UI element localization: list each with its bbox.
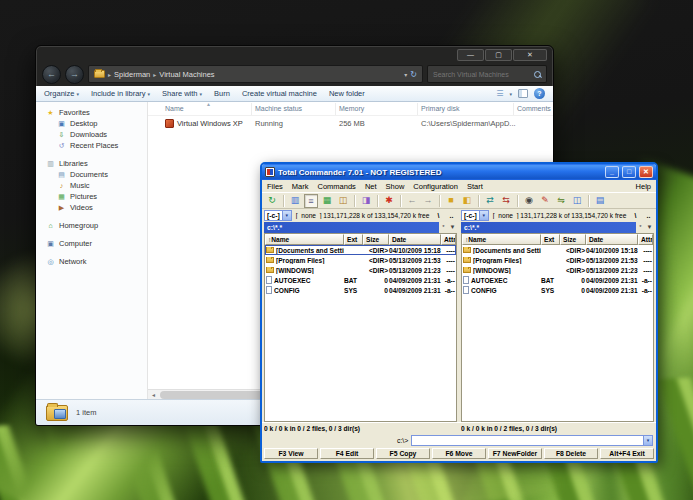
file-row[interactable]: [Program Files] <DIR> 05/13/2009 21:53 -… [462,255,653,265]
file-row[interactable]: [Documents and Settings] <DIR> 04/10/200… [462,245,653,255]
f4-edit-button[interactable]: F4 Edit [320,448,374,459]
sidebar-item-documents[interactable]: ▤ Documents [36,169,147,180]
file-row[interactable]: [Program Files] <DIR> 05/13/2009 21:53 -… [265,255,456,265]
column-header-attr[interactable]: Attr [638,234,653,245]
column-header-date[interactable]: Date [586,234,638,245]
current-path[interactable]: c:\*.* [264,222,439,233]
sidebar-item-desktop[interactable]: ▣ Desktop [36,118,147,129]
network-icon[interactable]: ◫ [570,194,584,208]
create-virtual-machine-button[interactable]: Create virtual machine [242,89,317,98]
root-dir-button[interactable]: \ [433,210,444,221]
parent-dir-button[interactable]: .. [446,210,457,221]
ftp-disconnect-icon[interactable]: ⇆ [499,194,513,208]
column-header-name[interactable]: ↑Name [265,234,344,245]
combo-arrow-icon[interactable]: ▾ [283,210,292,221]
f8-delete-button[interactable]: F8 Delete [544,448,598,459]
forward-button[interactable]: → [65,65,84,84]
favorites-icon[interactable]: ✱ [382,194,396,208]
vm-row[interactable]: Virtual Windows XP Running 256 MB C:\Use… [148,116,553,131]
sidebar-item-music[interactable]: ♪ Music [36,180,147,191]
menu-start[interactable]: Start [467,182,483,191]
column-header-attr[interactable]: Attr [441,234,456,245]
multi-rename-icon[interactable]: ✎ [538,194,552,208]
search-input[interactable] [433,71,534,78]
quick-view-icon[interactable]: ◫ [336,194,350,208]
file-row[interactable]: AUTOEXEC BAT 0 04/09/2009 21:31 -a-- [265,275,456,285]
unpack-icon[interactable]: ◧ [460,194,474,208]
sidebar-item-recent-places[interactable]: ↺ Recent Places [36,140,147,151]
search-icon[interactable] [534,71,541,78]
menu-files[interactable]: Files [267,182,283,191]
column-header-primary-disk[interactable]: Primary disk [418,103,514,115]
file-row[interactable]: [WINDOWS] <DIR> 05/13/2009 21:23 ---- [462,265,653,275]
caret-down-icon[interactable]: ▾ [509,91,512,97]
file-row[interactable]: CONFIG SYS 0 04/09/2009 21:31 -a-- [265,285,456,295]
menu-show[interactable]: Show [386,182,405,191]
f6-move-button[interactable]: F6 Move [432,448,486,459]
dir-history-icon[interactable]: ▼ [645,222,654,233]
preview-pane-icon[interactable] [518,89,528,98]
sidebar-section-libraries[interactable]: ▥ Libraries [36,158,147,169]
explorer-titlebar[interactable]: — ▢ ✕ [36,46,553,62]
column-header-machine-status[interactable]: Machine status [252,103,336,115]
sidebar-item-pictures[interactable]: ▦ Pictures [36,191,147,202]
column-header-size[interactable]: Size [363,234,389,245]
file-row[interactable]: [WINDOWS] <DIR> 05/13/2009 21:23 ---- [265,265,456,275]
breadcrumb[interactable]: ▸ Spiderman ▸ Virtual Machines ▾ ↻ [88,65,423,83]
f7-newfolder-button[interactable]: F7 NewFolder [488,448,542,459]
new-folder-button[interactable]: New folder [329,89,365,98]
thumbnails-view-icon[interactable]: ▦ [320,194,334,208]
drive-combo[interactable]: [-c-] ▾ [461,210,489,221]
dir-favorites-icon[interactable]: * [439,222,448,233]
full-view-icon[interactable]: ≡ [304,194,318,208]
sync-dirs-icon[interactable]: ⇋ [554,194,568,208]
menu-commands[interactable]: Commands [318,182,356,191]
ftp-connect-icon[interactable]: ⇄ [483,194,497,208]
scroll-left-icon[interactable]: ◂ [148,390,159,400]
search-icon[interactable]: ◉ [522,194,536,208]
sidebar-section-homegroup[interactable]: ⌂ Homegroup [36,220,147,231]
brief-view-icon[interactable]: ▥ [288,194,302,208]
parent-dir-button[interactable]: .. [643,210,654,221]
maximize-button[interactable]: ▢ [485,49,512,61]
sidebar-item-videos[interactable]: ▶ Videos [36,202,147,213]
maximize-button[interactable]: □ [622,166,636,178]
change-view-icon[interactable]: ☰ [496,89,503,98]
sidebar-section-network[interactable]: ◎ Network [36,256,147,267]
command-line-input[interactable]: ▾ [411,435,653,446]
search-box[interactable] [427,65,547,83]
share-with-button[interactable]: Share with ▾ [162,89,202,98]
dir-favorites-icon[interactable]: * [636,222,645,233]
back-icon[interactable]: ← [405,194,419,208]
organize-button[interactable]: Organize ▾ [44,89,79,98]
minimize-button[interactable]: _ [605,166,619,178]
alt-f4-exit-button[interactable]: Alt+F4 Exit [600,448,654,459]
root-dir-button[interactable]: \ [630,210,641,221]
pack-icon[interactable]: ■ [444,194,458,208]
menu-configuration[interactable]: Configuration [413,182,458,191]
refresh-icon[interactable]: ↻ [265,194,279,208]
column-header-memory[interactable]: Memory [336,103,418,115]
column-header-size[interactable]: Size [560,234,586,245]
sidebar-section-favorites[interactable]: ★ Favorites [36,107,147,118]
help-icon[interactable]: ? [534,88,545,99]
column-header-ext[interactable]: Ext [541,234,560,245]
file-row[interactable]: CONFIG SYS 0 04/09/2009 21:31 -a-- [462,285,653,295]
current-path[interactable]: c:\*.* [461,222,636,233]
back-button[interactable]: ← [42,65,61,84]
column-header-date[interactable]: Date [389,234,441,245]
menu-mark[interactable]: Mark [292,182,309,191]
breadcrumb-item-spiderman[interactable]: Spiderman [114,70,150,79]
sidebar-item-downloads[interactable]: ⇩ Downloads [36,129,147,140]
combo-arrow-icon[interactable]: ▾ [643,436,652,445]
close-button[interactable]: ✕ [513,49,547,61]
dir-history-icon[interactable]: ▼ [448,222,457,233]
column-header-ext[interactable]: Ext [344,234,363,245]
column-header-comments[interactable]: Comments [514,103,553,115]
refresh-icon[interactable]: ↻ [410,70,417,79]
forward-icon[interactable]: → [421,194,435,208]
include-in-library-button[interactable]: Include in library ▾ [91,89,150,98]
minimize-button[interactable]: — [457,49,484,61]
file-row[interactable]: [Documents and Settings] <DIR> 04/10/200… [265,245,456,255]
drive-combo[interactable]: [-c-] ▾ [264,210,292,221]
